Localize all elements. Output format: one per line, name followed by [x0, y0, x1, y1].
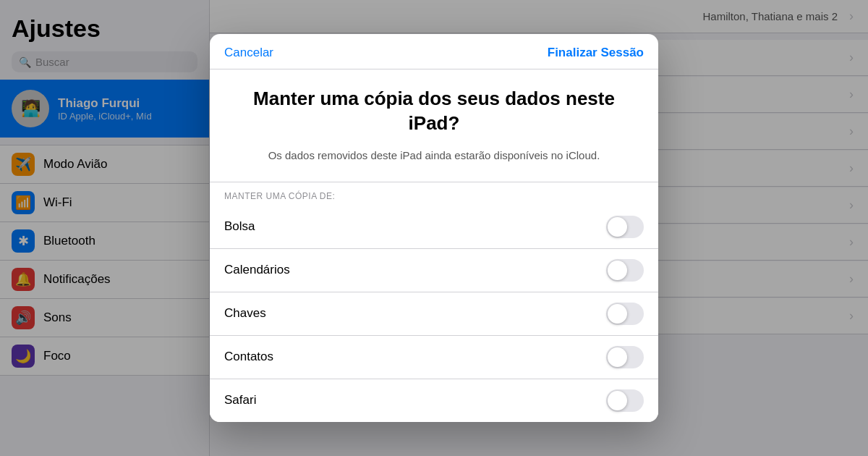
toggle-row-bolsa[interactable]: Bolsa	[210, 206, 658, 249]
toggle-row-contatos[interactable]: Contatos	[210, 336, 658, 379]
toggle-label-contatos: Contatos	[224, 350, 273, 364]
toggle-contatos[interactable]	[606, 346, 644, 368]
toggle-bolsa[interactable]	[606, 216, 644, 238]
modal-dialog: Cancelar Finalizar Sessão Manter uma cóp…	[210, 34, 658, 421]
toggle-safari[interactable]	[606, 389, 644, 412]
finalizar-sessao-button[interactable]: Finalizar Sessão	[548, 46, 644, 60]
modal-header: Cancelar Finalizar Sessão	[210, 34, 658, 69]
modal-title: Manter uma cópia dos seus dados neste iP…	[210, 69, 658, 142]
toggle-label-chaves: Chaves	[224, 306, 266, 321]
modal-section-header: MANTER UMA CÓPIA DE:	[210, 182, 658, 206]
toggle-label-safari: Safari	[224, 393, 256, 408]
toggle-chaves[interactable]	[606, 303, 644, 325]
toggle-row-calendarios[interactable]: Calendários	[210, 249, 658, 292]
cancel-button[interactable]: Cancelar	[224, 46, 273, 60]
toggle-label-bolsa: Bolsa	[224, 219, 255, 234]
modal-overlay[interactable]: Cancelar Finalizar Sessão Manter uma cóp…	[0, 0, 868, 456]
toggle-row-chaves[interactable]: Chaves	[210, 292, 658, 336]
toggle-label-calendarios: Calendários	[224, 263, 290, 277]
toggle-row-safari[interactable]: Safari	[210, 379, 658, 422]
toggle-list: Bolsa Calendários Chaves Contatos Safari	[210, 206, 658, 422]
modal-subtitle: Os dados removidos deste iPad ainda esta…	[210, 142, 658, 182]
toggle-calendarios[interactable]	[606, 259, 644, 282]
